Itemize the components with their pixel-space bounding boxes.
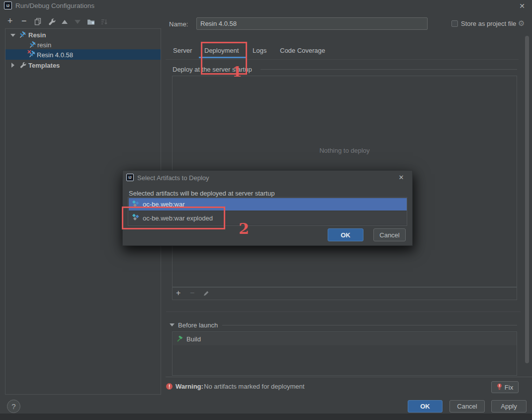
invalid-x-badge bbox=[27, 50, 31, 54]
edit-templates-wrench-icon[interactable] bbox=[48, 18, 56, 27]
footer-separator-line bbox=[166, 377, 532, 377]
window-bottom-edge bbox=[0, 414, 532, 420]
tree-item-resin-group[interactable]: Resin bbox=[5, 30, 161, 40]
ok-button-label: OK bbox=[420, 403, 430, 410]
cancel-button[interactable]: Cancel bbox=[449, 400, 485, 413]
before-launch-collapse-icon[interactable] bbox=[170, 323, 175, 326]
store-as-project-file-label: Store as project file bbox=[461, 20, 516, 27]
dialog-ok-button[interactable]: OK bbox=[328, 228, 363, 241]
sort-configurations-icon[interactable] bbox=[100, 18, 107, 27]
run-debug-configurations-window: IJ Run/Debug Configurations ✕ + − Resin … bbox=[0, 0, 532, 420]
templates-wrench-icon bbox=[19, 62, 26, 70]
fix-button[interactable]: Fix bbox=[491, 381, 519, 393]
store-settings-gear-icon[interactable]: ⚙ bbox=[518, 19, 525, 27]
before-launch-line bbox=[222, 325, 517, 325]
help-button[interactable]: ? bbox=[7, 400, 20, 413]
build-hammer-icon bbox=[176, 335, 183, 344]
cancel-button-label: Cancel bbox=[457, 403, 477, 410]
annotation-number-2: 2 bbox=[239, 220, 249, 237]
tree-item-templates[interactable]: Templates bbox=[5, 60, 161, 70]
dialog-cancel-button[interactable]: Cancel bbox=[373, 228, 406, 241]
intellij-logo-icon: IJ bbox=[4, 1, 12, 9]
tree-item-label[interactable]: Resin bbox=[28, 31, 46, 39]
deploy-section-line bbox=[261, 69, 517, 70]
fix-bulb-icon bbox=[497, 383, 502, 392]
tree-item-label[interactable]: Templates bbox=[28, 62, 60, 69]
annotation-box-step2 bbox=[122, 207, 225, 229]
copy-configuration-icon[interactable] bbox=[34, 18, 41, 27]
chevron-down-icon[interactable] bbox=[10, 34, 15, 37]
create-folder-icon[interactable] bbox=[87, 18, 96, 27]
before-launch-item-build[interactable]: Build bbox=[173, 332, 517, 345]
deployment-outer-bottom-line bbox=[166, 312, 521, 312]
window-close-icon[interactable]: ✕ bbox=[517, 1, 527, 11]
dialog-close-icon[interactable]: ✕ bbox=[396, 173, 406, 183]
tab-code-coverage[interactable]: Code Coverage bbox=[280, 47, 325, 54]
add-configuration-button[interactable]: + bbox=[7, 16, 13, 25]
tab-logs[interactable]: Logs bbox=[253, 47, 266, 54]
deployment-remove-button[interactable]: − bbox=[190, 289, 194, 298]
deployment-edit-pencil-icon[interactable] bbox=[203, 290, 209, 298]
dialog-title: Select Artifacts to Deploy bbox=[137, 174, 209, 182]
window-title: Run/Debug Configurations bbox=[15, 2, 94, 9]
warning-label: Warning: bbox=[176, 383, 203, 390]
dialog-description: Selected artifacts will be deployed at s… bbox=[129, 190, 274, 197]
tree-item-resin[interactable]: resin bbox=[5, 40, 161, 50]
name-input[interactable] bbox=[196, 17, 428, 30]
remove-configuration-button[interactable]: − bbox=[21, 16, 27, 25]
ok-button[interactable]: OK bbox=[408, 400, 443, 413]
resin-config-invalid-icon bbox=[28, 50, 36, 60]
warning-icon bbox=[166, 383, 173, 390]
empty-deploy-text: Nothing to deploy bbox=[173, 147, 517, 154]
tree-item-label[interactable]: Resin 4.0.58 bbox=[37, 51, 73, 59]
move-down-icon[interactable] bbox=[75, 20, 81, 24]
annotation-number-1: 1 bbox=[232, 64, 242, 80]
before-launch-item-label[interactable]: Build bbox=[186, 335, 201, 343]
vertical-scrollbar[interactable] bbox=[525, 36, 529, 363]
tree-item-label[interactable]: resin bbox=[37, 41, 51, 49]
deployment-add-button[interactable]: + bbox=[176, 289, 180, 298]
dialog-cancel-label: Cancel bbox=[379, 231, 399, 239]
tab-server[interactable]: Server bbox=[173, 47, 192, 54]
tree-item-resin-4058-selected[interactable]: Resin 4.0.58 bbox=[5, 49, 161, 60]
store-as-project-file-checkbox[interactable] bbox=[451, 20, 458, 27]
apply-button[interactable]: Apply bbox=[491, 400, 527, 413]
dialog-ok-label: OK bbox=[341, 231, 351, 239]
name-label: Name: bbox=[169, 20, 188, 28]
resin-config-icon bbox=[19, 31, 27, 40]
dialog-logo-icon: IJ bbox=[126, 174, 134, 181]
warning-message: No artifacts marked for deployment bbox=[204, 383, 304, 390]
apply-button-label: Apply bbox=[501, 403, 517, 410]
deployment-toolbar: + − bbox=[172, 287, 517, 300]
fix-button-label: Fix bbox=[505, 384, 513, 391]
chevron-right-icon[interactable] bbox=[11, 63, 14, 68]
before-launch-title: Before launch bbox=[178, 321, 218, 329]
before-launch-list: Build bbox=[172, 331, 517, 376]
move-up-icon[interactable] bbox=[62, 20, 68, 24]
